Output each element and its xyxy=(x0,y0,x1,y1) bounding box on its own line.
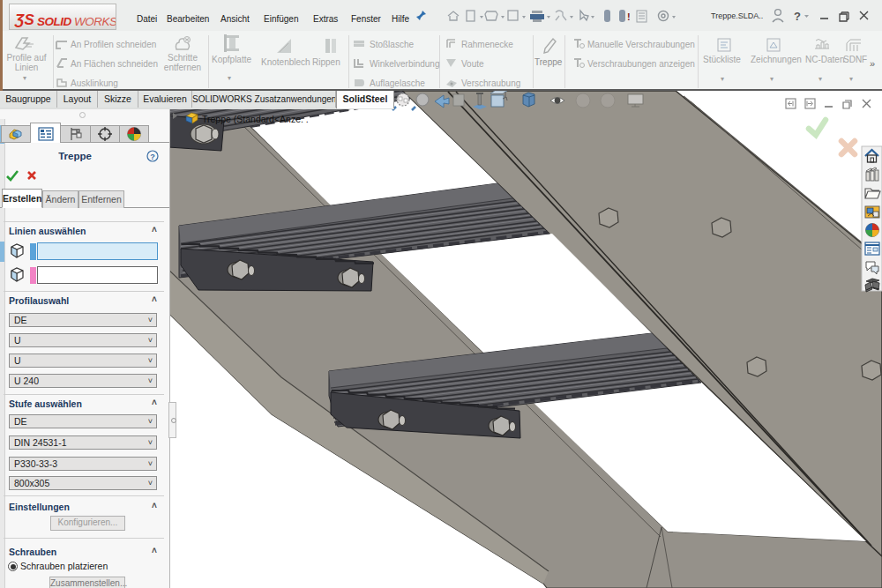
svg-text:Treppe (Standard<Anze. .: Treppe (Standard<Anze. . xyxy=(202,114,309,124)
svg-text:!: ! xyxy=(627,11,631,22)
svg-text:WORKS: WORKS xyxy=(74,15,116,28)
svg-text:?: ? xyxy=(150,153,155,161)
svg-text:SOLID: SOLID xyxy=(37,15,72,28)
svg-text:ƷS: ƷS xyxy=(14,11,34,28)
svg-text:?: ? xyxy=(794,10,801,23)
